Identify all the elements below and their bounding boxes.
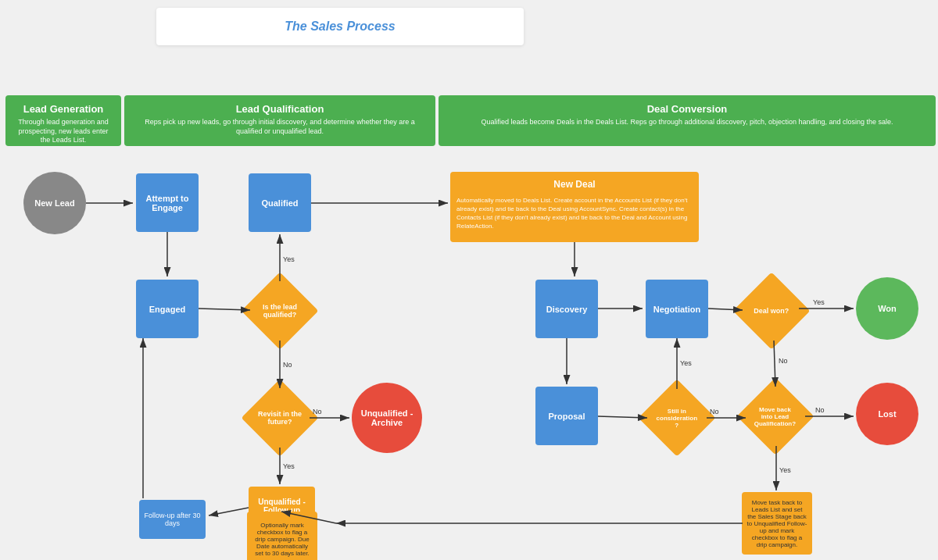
svg-text:Yes: Yes bbox=[283, 255, 295, 263]
new-deal-desc: Automatically moved to Deals List. Creat… bbox=[456, 196, 693, 231]
discovery-node: Discovery bbox=[535, 280, 598, 338]
section-lead-gen: Lead Generation Through lead generation … bbox=[5, 95, 121, 146]
new-lead-node: New Lead bbox=[23, 172, 86, 234]
section-lead-gen-desc: Through lead generation and prospecting,… bbox=[15, 118, 112, 145]
move-back-note-node: Move task back to Leads List and set the… bbox=[742, 492, 812, 555]
section-lead-gen-title: Lead Generation bbox=[15, 103, 112, 115]
section-lead-qual: Lead Qualification Reps pick up new lead… bbox=[124, 95, 435, 146]
svg-text:No: No bbox=[283, 361, 292, 369]
section-deal-conv-desc: Qualified leads become Deals in the Deal… bbox=[448, 118, 926, 127]
new-deal-box: New Deal Automatically moved to Deals Li… bbox=[450, 172, 699, 242]
page-title: The Sales Process bbox=[285, 20, 395, 33]
qualified-node: Qualified bbox=[249, 173, 311, 232]
svg-text:Yes: Yes bbox=[813, 298, 825, 306]
new-deal-title: New Deal bbox=[456, 178, 693, 191]
svg-text:Yes: Yes bbox=[283, 462, 295, 470]
page-wrapper: The Sales Process Lead Generation Throug… bbox=[0, 0, 938, 560]
deal-won-node: Deal won? bbox=[733, 273, 811, 350]
section-deal-conv-title: Deal Conversion bbox=[448, 103, 926, 115]
won-node: Won bbox=[856, 277, 918, 340]
svg-text:No: No bbox=[815, 406, 825, 414]
unqualified-desc-node: Optionally mark checkbox to flag a drip … bbox=[247, 512, 317, 560]
is-lead-qualified-node: Is the lead qualified? bbox=[242, 273, 319, 350]
section-lead-qual-desc: Reps pick up new leads, go through initi… bbox=[134, 118, 426, 136]
followup-note-node: Follow-up after 30 days bbox=[139, 500, 206, 539]
revisit-future-node: Revisit in the future? bbox=[242, 380, 319, 457]
unqualified-archive-node: Unqualified - Archive bbox=[352, 383, 422, 453]
svg-text:No: No bbox=[779, 357, 788, 365]
title-card: The Sales Process bbox=[156, 8, 524, 45]
attempt-to-engage-node: Attempt to Engage bbox=[136, 173, 199, 232]
negotiation-node: Negotiation bbox=[646, 280, 708, 338]
section-headers: Lead Generation Through lead generation … bbox=[5, 95, 936, 146]
section-deal-conv: Deal Conversion Qualified leads become D… bbox=[439, 95, 936, 146]
svg-line-13 bbox=[209, 508, 249, 515]
engaged-node: Engaged bbox=[136, 280, 199, 338]
svg-text:Yes: Yes bbox=[680, 359, 692, 367]
still-consideration-node: Still in consideration ? bbox=[639, 380, 716, 457]
move-back-node: Move back into Lead Qualification? bbox=[737, 378, 814, 455]
proposal-node: Proposal bbox=[535, 387, 598, 445]
lost-node: Lost bbox=[856, 383, 918, 445]
svg-text:Yes: Yes bbox=[779, 466, 791, 474]
section-lead-qual-title: Lead Qualification bbox=[134, 103, 426, 115]
